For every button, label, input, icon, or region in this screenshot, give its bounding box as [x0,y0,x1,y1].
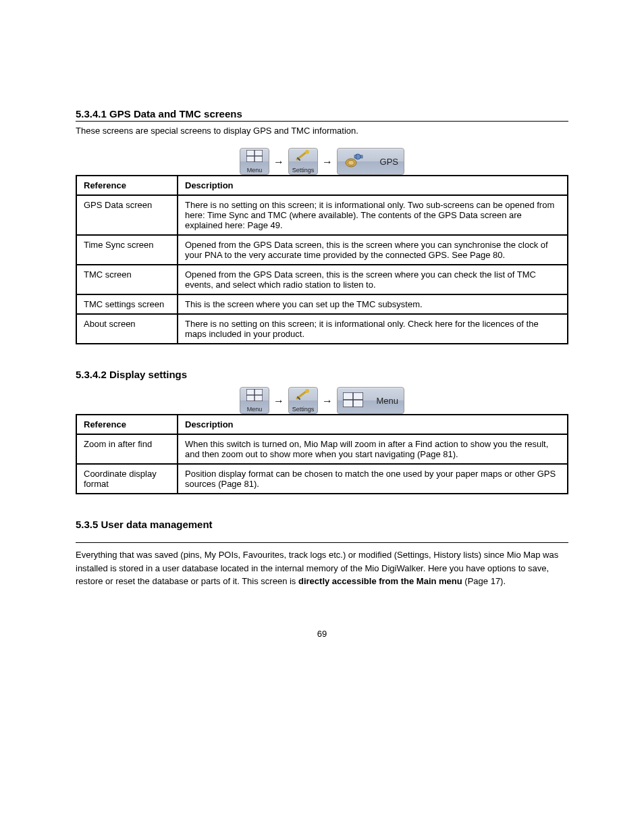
display-menu-button-label: Menu [376,396,398,406]
table1-r0-right: There is no setting on this screen; it i… [178,195,568,235]
gps-button-label: GPS [380,157,398,167]
wrench-icon [295,150,311,164]
table1-r3-right: This is the screen where you can set up … [178,294,568,314]
table-row: Time Sync screen Opened from the GPS Dat… [76,235,568,265]
menu-button-2[interactable]: Menu [240,387,269,414]
table2-header-right: Description [178,415,568,434]
table-row: GPS Data screen There is no setting on t… [76,195,568,235]
breadcrumb-arrow-1: → [273,156,284,168]
section2-title: 5.3.4.2 Display settings [76,369,568,380]
section1-desc: These screens are special screens to dis… [76,126,568,136]
display-menu-button[interactable]: Menu [337,387,404,414]
table-row: Coordinate display format Position displ… [76,464,568,494]
footer-section: 5.3.5 User data management Everything th… [76,519,568,588]
grid-icon [246,150,263,164]
table2-r1-left: Coordinate display format [76,464,178,494]
grid-icon-large [343,392,363,409]
table1-header-left: Reference [76,176,178,195]
display-settings-table: Reference Description Zoom in after find… [76,414,568,494]
page-number: 69 [76,629,568,639]
settings-button[interactable]: Settings [288,148,318,175]
table1-r3-left: TMC settings screen [76,294,178,314]
section1-title-underline [76,121,568,122]
table-row: TMC settings screen This is the screen w… [76,294,568,314]
footer-text-after: (Page 17). [462,576,506,586]
footer-underline [76,542,568,543]
gps-settings-table: Reference Description GPS Data screen Th… [76,175,568,344]
grid-icon [246,389,263,403]
breadcrumb-arrow-3: → [273,395,284,407]
menu-button-label: Menu [247,167,263,174]
svg-rect-7 [354,155,356,158]
table1-r2-left: TMC screen [76,265,178,294]
table1-r1-left: Time Sync screen [76,235,178,265]
breadcrumb-arrow-4: → [322,395,333,407]
settings-button-2[interactable]: Settings [288,387,318,414]
table1-r0-left: GPS Data screen [76,195,178,235]
table-row: Zoom in after find When this switch is t… [76,434,568,464]
settings-button-2-label: Settings [292,406,315,413]
table2-r1-right: Position display format can be chosen to… [178,464,568,494]
table1-r1-right: Opened from the GPS Data screen, this is… [178,235,568,265]
menu-button[interactable]: Menu [240,148,269,175]
table-row: TMC screen Opened from the GPS Data scre… [76,265,568,294]
settings-button-label: Settings [292,167,315,174]
breadcrumb-arrow-2: → [322,156,333,168]
svg-point-3 [305,150,309,154]
footer-heading: 5.3.5 User data management [76,519,568,530]
table2-r0-right: When this switch is turned on, Mio Map w… [178,434,568,464]
footer-note: Everything that was saved (pins, My POIs… [76,548,568,588]
table-row: About screen There is no setting on this… [76,314,568,344]
svg-point-12 [305,389,309,393]
wrench-icon [295,389,311,403]
table2-r0-left: Zoom in after find [76,434,178,464]
table1-r4-right: There is no setting on this screen; it i… [178,314,568,344]
menu-button-2-label: Menu [247,406,263,413]
table1-header-right: Description [178,176,568,195]
table1-r2-right: Opened from the GPS Data screen, this is… [178,265,568,294]
breadcrumb-gps: Menu → Settings → [76,148,568,175]
satellite-icon [343,153,365,171]
section1: 5.3.4.1 GPS Data and TMC screens These s… [76,108,568,344]
table2-header-left: Reference [76,415,178,434]
section1-title: 5.3.4.1 GPS Data and TMC screens [76,108,568,120]
svg-rect-8 [360,155,363,158]
footer-bold-ref: directly accessible from the Main menu [298,576,462,586]
table1-r4-left: About screen [76,314,178,344]
gps-button[interactable]: GPS [337,148,404,175]
breadcrumb-display: Menu → Settings → Menu [76,387,568,414]
svg-point-5 [348,160,354,165]
section2: 5.3.4.2 Display settings Menu → Set [76,369,568,494]
